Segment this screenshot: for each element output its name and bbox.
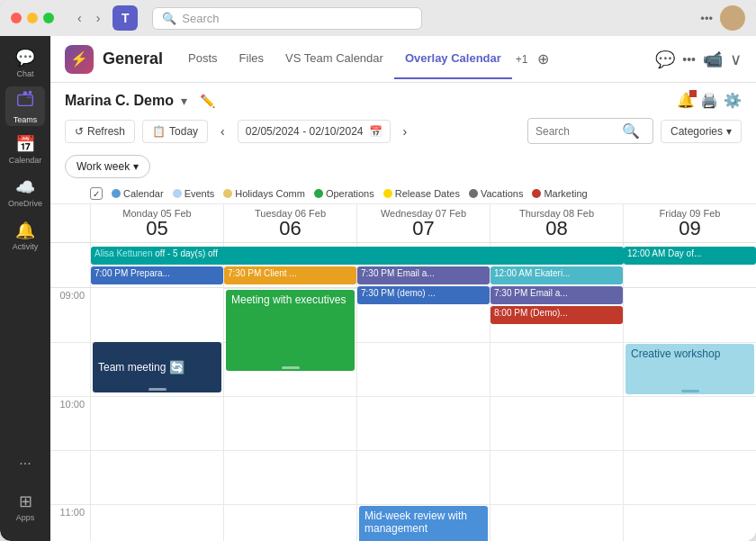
days-grid: Team meeting 🔄 Meetin — [90, 288, 756, 541]
operations-dot — [314, 189, 323, 198]
sidebar-item-onedrive[interactable]: ☁️ OneDrive — [5, 173, 45, 212]
tab-plus-one[interactable]: +1 — [512, 53, 532, 66]
tue-slot-4[interactable] — [224, 504, 356, 541]
wed-slot-1[interactable] — [357, 342, 490, 396]
fri-slot-4[interactable] — [624, 504, 756, 541]
settings-icon[interactable]: ⚙️ — [724, 92, 742, 109]
sidebar-item-apps[interactable]: ⊞ Apps — [5, 487, 45, 527]
sidebar-onedrive-label: OneDrive — [8, 199, 42, 208]
edit-icon[interactable]: ✏️ — [200, 94, 215, 108]
legend-checkbox[interactable]: ✓ — [90, 187, 103, 200]
sidebar-item-calendar[interactable]: 📅 Calendar — [5, 130, 45, 169]
event-lightcyan-expand — [681, 390, 699, 392]
search-icon: 🔍 — [162, 12, 176, 25]
allday-mon: Alisa Kettunen off - 5 day(s) off 7:00 P… — [90, 243, 223, 287]
fri-slot-3[interactable] — [624, 450, 756, 504]
date-range-display: 02/05/2024 - 02/10/2024 📅 — [238, 120, 391, 143]
fri-slot-0[interactable] — [624, 288, 756, 342]
more-action-icon[interactable]: ••• — [682, 52, 696, 67]
event-expand-handle — [148, 388, 166, 391]
tab-posts[interactable]: Posts — [177, 39, 229, 79]
allday-event-off[interactable]: Alisa Kettunen off - 5 day(s) off — [91, 247, 624, 265]
event-email[interactable]: 7:30 PM Email a... — [357, 266, 490, 284]
sidebar-item-more[interactable]: ··· — [5, 444, 45, 483]
event-team-meeting[interactable]: Team meeting 🔄 — [93, 342, 221, 392]
event-ekater[interactable]: 12:00 AM Ekateri... — [490, 266, 623, 284]
maximize-button[interactable] — [43, 13, 54, 23]
titlebar-search[interactable]: 🔍 Search — [152, 7, 422, 30]
thu-slot-4[interactable] — [490, 504, 623, 541]
mon-slot-0[interactable] — [91, 288, 223, 342]
events-dot — [173, 189, 182, 198]
print-icon[interactable]: 🖨️ — [700, 92, 718, 109]
video-icon[interactable]: 📹 — [703, 50, 723, 69]
prev-week-button[interactable]: ‹ — [215, 120, 230, 143]
header-mon: Monday 05 Feb 05 — [90, 204, 223, 242]
tue-slot-3[interactable] — [224, 450, 356, 504]
tab-files[interactable]: Files — [229, 39, 274, 79]
categories-button[interactable]: Categories ▾ — [661, 120, 742, 143]
fri-slot-2[interactable] — [624, 396, 756, 450]
nav-actions: 💬 ••• 📹 ∨ — [655, 50, 742, 69]
wed-slot-2[interactable] — [357, 396, 490, 450]
event-midweek-review[interactable]: Mid-week review with management — [359, 506, 488, 541]
avatar[interactable] — [720, 5, 745, 31]
wed-slot-3[interactable] — [357, 450, 490, 504]
legend-holidays: Holidays Comm — [223, 188, 305, 199]
event-client[interactable]: 7:30 PM Client ... — [224, 266, 356, 284]
svg-rect-0 — [18, 95, 33, 105]
calendar-search[interactable]: 🔍 — [527, 118, 653, 144]
forward-button[interactable]: › — [91, 9, 106, 27]
event-dayof[interactable]: 12:00 AM Day of... — [624, 247, 756, 265]
holidays-dot — [223, 189, 232, 198]
tue-slot-2[interactable] — [224, 396, 356, 450]
add-tab-button[interactable]: ⊕ — [532, 50, 554, 68]
more-options-icon[interactable]: ••• — [700, 12, 713, 25]
time-header-cell — [50, 204, 90, 242]
thu-slot-2[interactable] — [490, 396, 623, 450]
settings-notification[interactable]: 🔔 — [677, 92, 695, 109]
time-grid-body: 09:00 10:00 11:00 Team mee — [50, 288, 756, 541]
calendar-header-actions: 🔔 🖨️ ⚙️ — [677, 92, 742, 109]
sidebar-item-teams[interactable]: Teams — [5, 86, 45, 126]
search-submit-icon[interactable]: 🔍 — [622, 122, 640, 140]
user-dropdown-icon[interactable]: ▾ — [181, 94, 187, 108]
thu-slot-1[interactable] — [490, 342, 623, 396]
allday-label — [50, 243, 90, 287]
event-creative-workshop[interactable]: Creative workshop — [626, 344, 754, 394]
tab-vs-calendar[interactable]: VS Team Calendar — [274, 39, 394, 79]
sidebar-item-chat[interactable]: 💬 Chat — [5, 43, 45, 83]
back-button[interactable]: ‹ — [72, 9, 87, 27]
mon-slot-3[interactable] — [91, 450, 223, 504]
sidebar-item-activity[interactable]: 🔔 Activity — [5, 216, 45, 256]
legend-calendar: Calendar — [112, 188, 164, 199]
time-slot-1030 — [50, 450, 90, 504]
today-button[interactable]: 📋 Today — [142, 120, 208, 143]
recurring-icon: 🔄 — [169, 360, 184, 374]
thu-slot-0[interactable] — [490, 288, 623, 342]
calendar-small-icon: 📋 — [152, 125, 166, 138]
calendar-dot — [112, 189, 121, 198]
mon-slot-4[interactable] — [91, 504, 223, 541]
sidebar-calendar-label: Calendar — [9, 156, 42, 165]
mon-slot-2[interactable] — [91, 396, 223, 450]
close-button[interactable] — [11, 13, 22, 23]
time-column: 09:00 10:00 11:00 — [50, 288, 90, 541]
event-meeting-executives[interactable]: Meeting with executives — [226, 290, 355, 371]
view-selector-row: Work week ▾ — [50, 151, 756, 184]
wed-slot-0[interactable] — [357, 288, 490, 342]
chat-action-icon[interactable]: 💬 — [655, 50, 675, 69]
event-prepara[interactable]: 7:00 PM Prepara... — [91, 266, 223, 284]
sidebar: 💬 Chat Teams 📅 Calendar ☁️ OneDrive 🔔 Ac… — [0, 36, 50, 541]
allday-row: Alisa Kettunen off - 5 day(s) off 7:00 P… — [50, 243, 756, 288]
channel-icon: ⚡ — [65, 45, 94, 74]
search-input[interactable] — [536, 125, 616, 138]
minimize-button[interactable] — [27, 13, 38, 23]
calendar-range-icon[interactable]: 📅 — [369, 125, 382, 138]
tab-overlay-calendar[interactable]: Overlay Calendar — [394, 39, 512, 79]
next-week-button[interactable]: › — [398, 120, 413, 143]
expand-icon[interactable]: ∨ — [730, 50, 742, 69]
view-selector-button[interactable]: Work week ▾ — [65, 155, 150, 178]
refresh-button[interactable]: ↺ Refresh — [65, 120, 135, 143]
thu-slot-3[interactable] — [490, 450, 623, 504]
